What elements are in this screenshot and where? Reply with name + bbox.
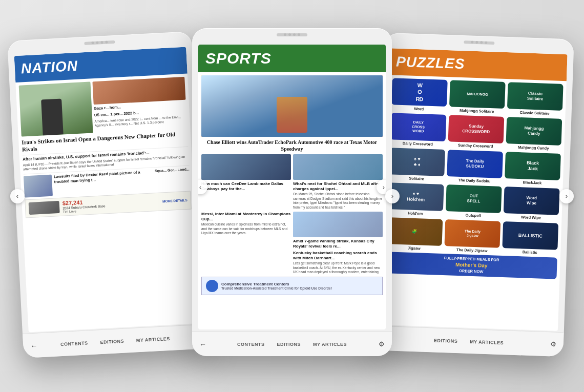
dot1: [91, 42, 94, 44]
puzzles-nav-settings[interactable]: ⚙: [550, 340, 557, 348]
puzzle-sudoku-inner: The DailySUDOKU: [465, 158, 485, 171]
puzzle-crossword-inner: DAILYCROSSWORD: [411, 119, 426, 135]
sports-ad-icon: [206, 280, 218, 292]
puzzle-classic-thumb: ClassicSolitaire: [507, 82, 564, 111]
dot4: [105, 41, 108, 44]
nation-article-img-2: [24, 174, 53, 197]
dot3: [293, 33, 296, 36]
puzzle-sudoku-label: The Daily Sudoku: [458, 178, 490, 183]
sports-nav-contents[interactable]: CONTENTS: [237, 342, 265, 347]
sports-story-2-body: On March 25, Shohei Ohtani stood before …: [293, 192, 383, 210]
sports-nav-articles[interactable]: MY ARTICLES: [313, 342, 347, 347]
puzzles-ad-holiday: Mother's Day: [455, 262, 488, 269]
puzzle-blackjack-label: BlackJack: [523, 180, 541, 185]
nation-top-right: Gaza r... hom... US em... 1 per... 2022 …: [92, 77, 187, 133]
nation-nav-editions[interactable]: EDITIONS: [100, 338, 124, 344]
sports-story-5-body: Let's get something clear up front: Mark…: [293, 261, 383, 274]
puzzle-candy-inner: MahjonggCandy: [523, 125, 545, 138]
sports-header: SPORTS: [198, 45, 386, 72]
sports-nav-settings[interactable]: ⚙: [379, 340, 385, 348]
puzzles-nav: ← EDITIONS MY ARTICLES ⚙: [373, 325, 564, 357]
puzzle-wordwipe-thumb: WordWipe: [504, 187, 560, 215]
puzzle-outspell-inner: OUTSPELL: [466, 193, 482, 205]
sports-nav-back[interactable]: ←: [199, 340, 206, 348]
puzzle-candy-thumb: MahjonggCandy: [506, 117, 562, 146]
nation-ad-more[interactable]: MORE DETAILS: [162, 198, 187, 203]
nation-title: NATION: [20, 58, 78, 77]
sports-story-3-body: Mexican cuisine varies in spiciness from…: [201, 222, 291, 235]
puzzle-solitaire-inner: ♠ ♥♣ ♦: [412, 155, 422, 169]
puzzles-ad[interactable]: FULLY-PREPPED MEALS FOR Mother's Day ORD…: [386, 252, 557, 279]
sports-story-1: How much can CeeDee Lamb make Dallas Cow…: [201, 154, 291, 210]
left-nav-prev[interactable]: ‹: [10, 189, 25, 203]
right-nav-next[interactable]: ›: [559, 189, 574, 203]
puzzle-ballistic-label: Ballistic: [523, 250, 537, 255]
tablet-sports: SPORTS Chase Elliott wins AutoTrader Ech…: [192, 28, 392, 356]
puzzle-classic-inner: ClassicSolitaire: [526, 90, 545, 102]
puzzle-word[interactable]: WORD Word: [391, 78, 448, 112]
puzzle-word-thumb: WORD: [391, 78, 448, 107]
puzzle-outspell[interactable]: OUTSPELL Outspell: [445, 184, 502, 219]
sports-ad-sub: Trusted Medication-Assisted Treatment Cl…: [221, 286, 332, 290]
sports-ad-main: Comprehensive Treatment Centers: [221, 282, 332, 286]
sports-title: SPORTS: [205, 50, 272, 67]
sports-story-5: Kentucky basketball coaching search ends…: [293, 251, 383, 275]
puzzle-wordwipe-label: Word Wipe: [521, 215, 541, 220]
puzzle-candy[interactable]: MahjonggCandy Mahjongg Candy: [506, 117, 562, 151]
puzzle-mahjongg-inner: MAHJONGG: [466, 91, 489, 98]
puzzle-solitaire[interactable]: ♠ ♥♣ ♦ Solitaire: [389, 148, 445, 182]
nation-nav-contents[interactable]: CONTENTS: [60, 340, 88, 347]
dot3: [100, 41, 103, 44]
puzzles-content: WORD Word MAHJONGG Mahjongg Solitaire Cl…: [381, 75, 567, 331]
puzzle-crossword-thumb: DAILYCROSSWORD: [390, 113, 447, 141]
dot3: [480, 41, 483, 44]
puzzle-mahjongg[interactable]: MAHJONGG Mahjongg Solitaire: [449, 80, 506, 114]
puzzle-classic[interactable]: ClassicSolitaire Classic Solitaire: [507, 82, 564, 116]
sports-nav-editions[interactable]: EDITIONS: [277, 342, 301, 347]
puzzles-ad-text: FULLY-PREPPED MEALS FOR Mother's Day ORD…: [444, 256, 499, 276]
puzzle-holdem-inner: ♠ ♥Hold'em: [406, 190, 426, 204]
puzzle-sunday-label: Sunday Crossword: [458, 143, 493, 149]
puzzle-daily-jigsaw-label: The Daily Jigsaw: [456, 247, 488, 253]
sports-story-2: What's next for Shohei Ohtani and MLB af…: [293, 154, 383, 210]
tablet-puzzles: PUZZLES WORD Word MAHJONGG Mahjongg Soli…: [373, 33, 574, 357]
nation-nav-articles[interactable]: MY ARTICLES: [136, 336, 170, 343]
puzzle-blackjack[interactable]: BlackJack BlackJack: [505, 152, 561, 186]
nation-top-row: Gaza r... hom... US em... 1 per... 2022 …: [19, 77, 187, 137]
puzzle-ballistic[interactable]: BALLISTIC Ballistic: [502, 221, 558, 256]
dot4: [485, 42, 487, 44]
nation-small-image: [92, 77, 185, 105]
sports-ad[interactable]: Comprehensive Treatment Centers Trusted …: [201, 277, 383, 295]
sports-story-3-headline: Messi, Inter Miami at Monterrey in Champ…: [201, 212, 291, 221]
left-nav-next[interactable]: ›: [385, 189, 400, 203]
puzzle-jigsaw[interactable]: 🧩 Jigsaw: [386, 217, 443, 252]
puzzle-blackjack-inner: BlackJack: [526, 159, 540, 173]
nation-content: Gaza r... hom... US em... 1 per... 2022 …: [15, 74, 200, 333]
nation-article-4-headline: Lawsuits filed by Dexter Reed paint pict…: [54, 169, 152, 196]
dot1: [471, 41, 473, 44]
sports-story-5-headline: Kentucky basketball coaching search ends…: [293, 251, 383, 260]
puzzle-daily-jigsaw-inner: The DailyJigsaw: [463, 228, 482, 239]
tablet-nation: NATION Gaza r... hom... US em... 1 per..…: [7, 31, 208, 358]
puzzles-nav-editions[interactable]: EDITIONS: [434, 338, 458, 344]
dot2: [288, 33, 291, 36]
puzzle-wordwipe[interactable]: WordWipe Word Wipe: [503, 187, 559, 221]
puzzle-candy-label: Mahjongg Candy: [518, 145, 549, 151]
nation-nav-back[interactable]: ←: [30, 341, 38, 350]
sports-story-3: Messi, Inter Miami at Monterrey in Champ…: [201, 212, 291, 275]
puzzle-crossword-label: Daily Crossword: [403, 141, 433, 147]
puzzle-sudoku[interactable]: The DailySUDOKU The Daily Sudoku: [447, 150, 503, 184]
nation-ad-car-image: [29, 201, 60, 215]
puzzle-crossword[interactable]: DAILYCROSSWORD Daily Crossword: [390, 113, 446, 147]
puzzle-word-label: Word: [414, 107, 424, 112]
puzzle-blackjack-thumb: BlackJack: [505, 152, 561, 180]
sports-story-img-2: [293, 154, 383, 180]
puzzle-daily-jigsaw[interactable]: The DailyJigsaw The Daily Jigsaw: [444, 219, 500, 254]
puzzle-holdem-label: Hold'em: [408, 211, 423, 216]
puzzles-nav-articles[interactable]: MY ARTICLES: [470, 339, 504, 345]
dot2: [96, 42, 98, 44]
puzzle-outspell-label: Outspell: [465, 213, 481, 218]
puzzle-sunday[interactable]: SundayCROSSWORD Sunday Crossword: [448, 115, 504, 149]
dot1: [284, 33, 286, 36]
puzzle-wordwipe-inner: WordWipe: [525, 195, 538, 207]
